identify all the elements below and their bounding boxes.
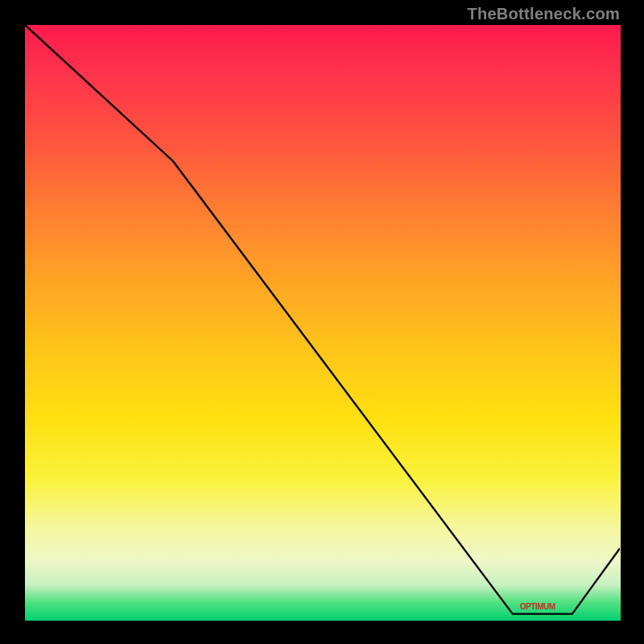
chart-plot-area [24, 24, 621, 621]
optimum-marker: OPTIMUM [520, 602, 555, 611]
chart-container: TheBottleneck.com OPTIMUM [0, 0, 644, 644]
attribution-text: TheBottleneck.com [467, 5, 620, 23]
